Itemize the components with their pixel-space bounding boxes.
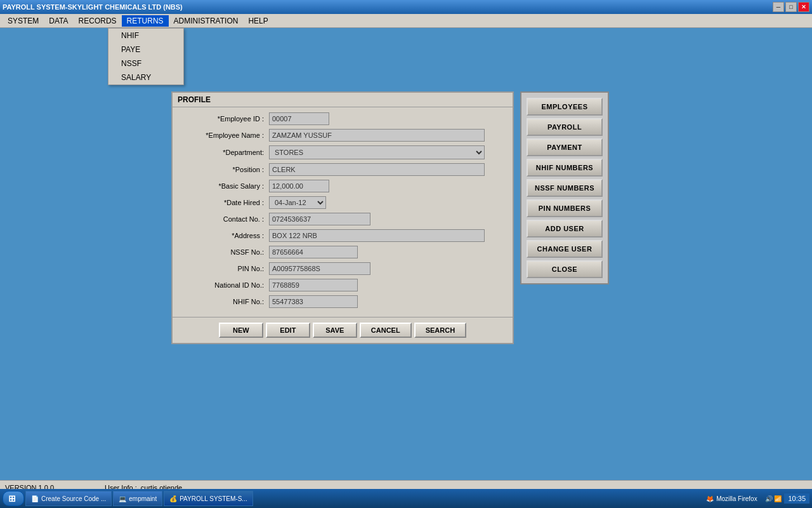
menu-records[interactable]: RECORDS [74,15,122,27]
employee-id-row: *Employee ID : [180,112,505,125]
date-hired-select[interactable]: 04-Jan-12 [269,196,326,209]
cancel-button[interactable]: CANCEL [360,323,412,338]
department-row: *Department: STORES [180,145,505,159]
system-icons: 🔊 📶 [765,495,782,502]
clock: 10:35 [784,493,809,504]
basic-salary-label: *Basic Salary : [180,182,269,190]
position-label: *Position : [180,166,269,173]
menu-administration[interactable]: ADMINISTRATION [169,15,244,27]
taskbar-payroll-icon: 💰 [169,495,177,502]
edit-button[interactable]: EDIT [266,323,310,338]
pin-numbers-button[interactable]: PIN NUMBERS [527,199,603,217]
taskbar-empmaint[interactable]: 💻 empmaint [113,491,162,506]
window-title: PAYROLL SYSTEM-SKYLIGHT CHEMICALS LTD (N… [3,3,183,11]
contact-input[interactable] [269,213,370,225]
save-button[interactable]: SAVE [313,323,357,338]
returns-dropdown: NHIF PAYE NSSF SALARY [108,28,184,85]
employee-name-row: *Employee Name : [180,129,505,142]
basic-salary-input[interactable] [269,180,329,192]
address-row: *Address : [180,229,505,242]
firefox-label: Mozilla Firefox [716,495,757,502]
taskbar-right: 🦊 Mozilla Firefox 🔊 📶 10:35 [706,493,809,504]
payment-button[interactable]: PAYMENT [527,138,603,156]
basic-salary-row: *Basic Salary : [180,180,505,192]
maximize-button[interactable]: □ [785,2,797,12]
change-user-button[interactable]: CHANGE USER [527,240,603,258]
main-area: PROFILE *Employee ID : *Employee Name : … [0,28,812,494]
national-id-row: National ID No.: [180,279,505,291]
payroll-button[interactable]: PAYROLL [527,118,603,136]
pin-row: PIN No.: [180,262,505,275]
employees-button[interactable]: EMPLOYEES [527,98,603,116]
close-button[interactable]: CLOSE [527,260,603,278]
profile-panel: PROFILE *Employee ID : *Employee Name : … [171,91,514,344]
minimize-button[interactable]: ─ [773,2,784,12]
employee-id-label: *Employee ID : [180,115,269,123]
nssf-input[interactable] [269,246,358,258]
search-button[interactable]: SEARCH [414,323,466,338]
right-panel: EMPLOYEES PAYROLL PAYMENT NHIF NUMBERS N… [520,91,609,284]
employee-id-input[interactable] [269,112,329,125]
nhif-input[interactable] [269,295,358,308]
new-button[interactable]: NEW [219,323,263,338]
taskbar: ⊞ 📄 Create Source Code ... 💻 empmaint 💰 … [0,489,812,508]
address-input[interactable] [269,229,485,242]
profile-title: PROFILE [173,93,513,107]
date-hired-row: *Date Hired : 04-Jan-12 [180,196,505,209]
add-user-button[interactable]: ADD USER [527,220,603,237]
employee-name-input[interactable] [269,129,485,142]
dropdown-salary[interactable]: SALARY [108,70,183,84]
nhif-row: NHIF No.: [180,295,505,308]
position-input[interactable] [269,163,485,176]
menu-returns[interactable]: RETURNS [122,15,169,27]
contact-label: Contact No. : [180,215,269,223]
menu-bar: SYSTEM DATA RECORDS RETURNS ADMINISTRATI… [0,14,812,28]
employee-name-label: *Employee Name : [180,131,269,139]
department-label: *Department: [180,149,269,156]
nssf-label: NSSF No.: [180,248,269,256]
national-id-input[interactable] [269,279,358,291]
menu-data[interactable]: DATA [44,15,73,27]
pin-input[interactable] [269,262,370,275]
dropdown-paye[interactable]: PAYE [108,43,183,57]
national-id-label: National ID No.: [180,281,269,289]
taskbar-payroll-label: PAYROLL SYSTEM-S... [180,495,247,502]
taskbar-empmaint-icon: 💻 [119,495,126,502]
pin-label: PIN No.: [180,265,269,272]
nssf-numbers-button[interactable]: NSSF NUMBERS [527,179,603,197]
nhif-numbers-button[interactable]: NHIF NUMBERS [527,159,603,177]
start-button[interactable]: ⊞ [3,491,24,506]
nssf-row: NSSF No.: [180,246,505,258]
contact-row: Contact No. : [180,213,505,225]
profile-form: *Employee ID : *Employee Name : *Departm… [173,107,513,317]
department-select[interactable]: STORES [269,145,485,159]
dropdown-nssf[interactable]: NSSF [108,57,183,70]
taskbar-create-source[interactable]: 📄 Create Source Code ... [25,491,112,506]
close-window-button[interactable]: ✕ [798,2,809,12]
date-hired-label: *Date Hired : [180,199,269,206]
title-bar-buttons: ─ □ ✕ [773,2,809,12]
taskbar-create-source-icon: 📄 [31,495,39,502]
address-label: *Address : [180,232,269,239]
taskbar-payroll[interactable]: 💰 PAYROLL SYSTEM-S... [164,491,253,506]
dropdown-nhif[interactable]: NHIF [108,29,183,43]
menu-system[interactable]: SYSTEM [3,15,44,27]
nhif-label: NHIF No.: [180,298,269,305]
menu-help[interactable]: HELP [243,15,273,27]
firefox-icon: 🦊 [706,495,714,502]
taskbar-empmaint-label: empmaint [129,495,157,502]
profile-buttons: NEW EDIT SAVE CANCEL SEARCH [173,317,513,343]
position-row: *Position : [180,163,505,176]
title-bar: PAYROLL SYSTEM-SKYLIGHT CHEMICALS LTD (N… [0,0,812,14]
windows-logo-icon: ⊞ [8,493,16,504]
taskbar-create-source-label: Create Source Code ... [41,495,106,502]
